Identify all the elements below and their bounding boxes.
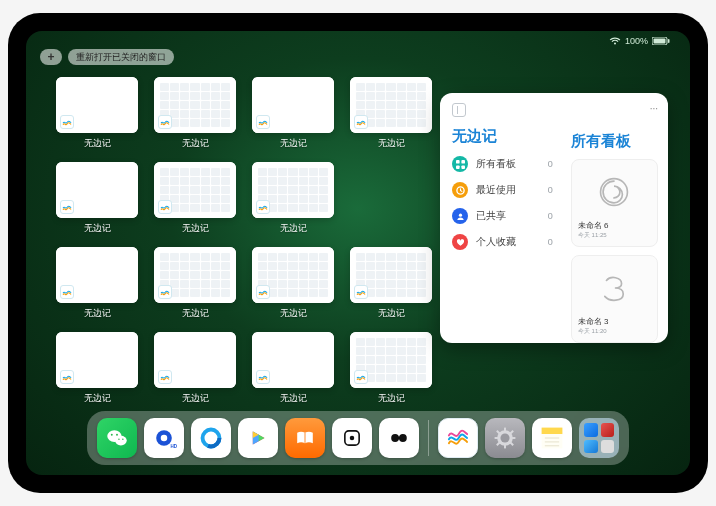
window-card[interactable]: 无边记 [252,77,334,150]
freeform-app-icon [60,285,74,299]
status-bar: 100% [26,33,690,49]
svg-point-17 [161,435,168,442]
board-time: 今天 11:25 [578,231,651,240]
menu-count: 0 [548,211,553,221]
dock-app-qbrowser-hd[interactable]: HD [144,418,184,458]
window-label: 无边记 [280,392,307,405]
svg-point-11 [115,436,127,446]
window-label: 无边记 [280,307,307,320]
sidebar-item-shared[interactable]: 已共享 0 [452,208,553,224]
freeform-app-icon [256,115,270,129]
ipad-screen: 100% + 重新打开已关闭的窗口 无边记 无边记 [26,31,690,475]
more-button[interactable]: ··· [650,103,658,114]
window-label: 无边记 [378,137,405,150]
sidebar-menu: 所有看板 0 最近使用 0 已共享 0 个人收 [452,156,553,250]
window-card[interactable]: 无边记 [154,162,236,235]
svg-point-9 [601,179,628,206]
dock-app-dice[interactable] [332,418,372,458]
dock-app-settings[interactable] [485,418,525,458]
freeform-app-icon [256,200,270,214]
ipad-frame: 100% + 重新打开已关闭的窗口 无边记 无边记 [8,13,708,493]
window-card[interactable]: 无边记 [56,247,138,320]
menu-label: 所有看板 [476,157,516,171]
dock-app-notes[interactable] [532,418,572,458]
window-card[interactable]: 无边记 [56,77,138,150]
grid-icon [452,156,468,172]
window-label: 无边记 [280,137,307,150]
freeform-app-icon [354,370,368,384]
content-title: 所有看板 [571,132,658,151]
window-label: 无边记 [182,137,209,150]
board-preview-3 [584,262,644,314]
sidebar-item-recents[interactable]: 最近使用 0 [452,182,553,198]
window-label: 无边记 [378,307,405,320]
svg-rect-25 [398,437,401,440]
dock-folder-recent[interactable] [579,418,619,458]
svg-point-8 [458,213,461,216]
people-icon [452,208,468,224]
sidebar-item-all-boards[interactable]: 所有看板 0 [452,156,553,172]
window-card[interactable]: 无边记 [56,162,138,235]
sidebar-toggle-icon[interactable] [452,103,466,117]
heart-icon [452,234,468,250]
board-card[interactable]: 未命名 6 今天 11:25 [571,159,658,247]
dock-app-qbrowser[interactable] [191,418,231,458]
freeform-app-icon [158,200,172,214]
dock-app-huawei-health[interactable] [379,418,419,458]
svg-rect-1 [654,39,666,44]
menu-label: 已共享 [476,209,506,223]
svg-text:HD: HD [171,444,178,449]
window-label: 无边记 [182,392,209,405]
board-preview-6 [584,166,644,218]
svg-rect-28 [504,428,506,432]
svg-point-22 [350,436,355,441]
window-card[interactable]: 无边记 [252,162,334,235]
freeform-app-icon [354,115,368,129]
freeform-app-icon [256,285,270,299]
svg-point-15 [122,439,124,441]
svg-rect-37 [542,434,563,448]
freeform-app-icon [256,370,270,384]
svg-rect-31 [512,437,516,439]
freeform-app-icon [158,370,172,384]
board-time: 今天 11:20 [578,327,651,336]
window-card[interactable]: 无边记 [154,247,236,320]
sidebar-title: 无边记 [452,127,553,146]
window-label: 无边记 [84,222,111,235]
svg-rect-5 [456,165,460,169]
board-card[interactable]: 未命名 3 今天 11:20 [571,255,658,343]
window-card[interactable]: 无边记 [350,77,432,150]
svg-rect-36 [542,428,563,435]
window-card[interactable]: 无边记 [56,332,138,405]
freeform-window-preview[interactable]: 无边记 所有看板 0 最近使用 0 已共享 0 [440,93,668,343]
svg-point-13 [116,434,118,436]
svg-rect-30 [495,437,499,439]
window-card[interactable]: 无边记 [154,332,236,405]
window-card[interactable]: 无边记 [154,77,236,150]
dock-app-play-media[interactable] [238,418,278,458]
window-label: 无边记 [182,307,209,320]
window-card[interactable]: 无边记 [252,247,334,320]
add-window-button[interactable]: + [40,49,62,65]
svg-point-12 [111,434,113,436]
reopen-closed-window-button[interactable]: 重新打开已关闭的窗口 [68,49,174,65]
freeform-content: ··· 所有看板 未命名 6 今天 11:25 [563,93,668,343]
clock-icon [452,182,468,198]
battery-icon [652,37,670,45]
board-name: 未命名 6 [578,220,651,231]
window-label: 无边记 [280,222,307,235]
dock-app-freeform[interactable] [438,418,478,458]
dock-app-books[interactable] [285,418,325,458]
window-card[interactable]: 无边记 [350,332,432,405]
freeform-app-icon [158,115,172,129]
menu-label: 个人收藏 [476,235,516,249]
dock-app-wechat[interactable] [97,418,137,458]
svg-rect-2 [668,39,670,43]
battery-text: 100% [625,36,648,46]
sidebar-item-favorites[interactable]: 个人收藏 0 [452,234,553,250]
menu-count: 0 [548,237,553,247]
window-card[interactable]: 无边记 [252,332,334,405]
board-name: 未命名 3 [578,316,651,327]
window-card[interactable]: 无边记 [350,247,432,320]
svg-rect-6 [461,165,465,169]
